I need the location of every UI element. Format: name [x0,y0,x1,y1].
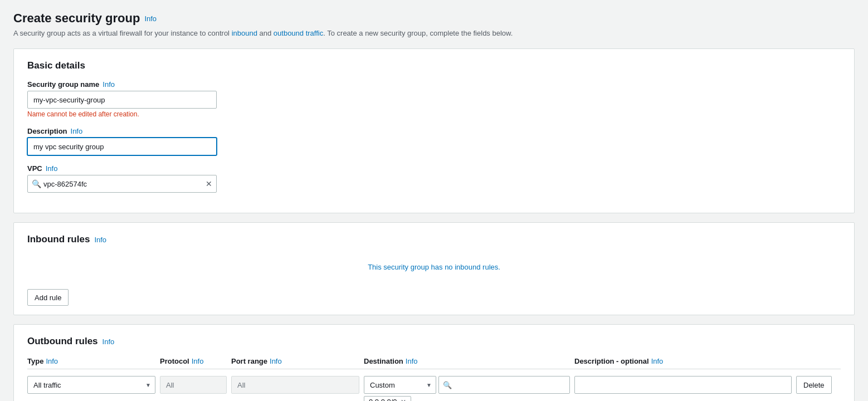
outbound-rules-title: Outbound rules [27,336,98,347]
inbound-rules-section: Inbound rules Info This security group h… [13,222,855,315]
destination-search-input[interactable] [438,376,570,394]
inbound-rules-info[interactable]: Info [94,236,106,244]
vpc-clear-icon[interactable]: ✕ [206,179,212,188]
security-group-name-input[interactable] [27,91,217,109]
basic-details-title: Basic details [27,60,85,71]
inbound-rules-title: Inbound rules [27,234,90,245]
vpc-input-wrapper: 🔍 ✕ [27,175,217,193]
basic-details-header: Basic details [27,60,841,71]
name-hint: Name cannot be edited after creation. [27,110,841,118]
protocol-cell [160,376,227,394]
col-header-type: Type Info [27,357,155,365]
description-col-info[interactable]: Info [651,357,664,365]
outbound-rules-section: Outbound rules Info Type Info Protocol I… [13,324,855,401]
description-info[interactable]: Info [71,127,83,135]
type-col-info[interactable]: Info [46,357,58,365]
destination-col-info[interactable]: Info [406,357,418,365]
page-title: Create security group Info [13,11,855,26]
vpc-info[interactable]: Info [46,164,58,173]
type-select-wrapper: All traffic Custom TCP Custom UDP All TC… [27,376,155,394]
destination-tag-value: 0.0.0.0/0 [369,398,397,401]
page-title-text: Create security group [13,11,140,26]
inbound-empty-state: This security group has no inbound rules… [27,252,841,282]
destination-cell: Custom Anywhere-IPv4 Anywhere-IPv6 My IP… [364,376,570,401]
inbound-link[interactable]: inbound [232,29,257,37]
destination-type-select[interactable]: Custom Anywhere-IPv4 Anywhere-IPv6 My IP [364,376,436,394]
destination-type-wrapper: Custom Anywhere-IPv4 Anywhere-IPv6 My IP… [364,376,436,394]
port-range-input [231,376,359,394]
destination-row: Custom Anywhere-IPv4 Anywhere-IPv6 My IP… [364,376,570,394]
outbound-table-header: Type Info Protocol Info Port range Info … [27,354,841,369]
description-optional-input[interactable] [574,376,792,394]
security-group-name-label: Security group name Info [27,80,841,89]
type-select[interactable]: All traffic Custom TCP Custom UDP All TC… [27,376,155,394]
destination-tag-container: 0.0.0.0/0 ✕ [364,396,570,401]
inbound-rules-header: Inbound rules Info [27,234,841,245]
col-header-actions [796,357,841,365]
destination-tag-pill: 0.0.0.0/0 ✕ [364,396,411,401]
inbound-add-rule-button[interactable]: Add rule [27,289,69,306]
delete-cell: Delete [796,376,841,394]
page-subtitle: A security group acts as a virtual firew… [13,29,855,37]
destination-search-wrapper: 🔍 [438,376,570,394]
outbound-table-row: All traffic Custom TCP Custom UDP All TC… [27,374,841,401]
port-range-col-info[interactable]: Info [270,357,282,365]
description-label: Description Info [27,127,841,135]
col-header-destination: Destination Info [364,357,570,365]
page-title-info-link[interactable]: Info [144,14,157,23]
destination-tag-close-icon[interactable]: ✕ [401,398,406,402]
col-header-protocol: Protocol Info [160,357,227,365]
col-header-description: Description - optional Info [574,357,792,365]
port-range-cell [231,376,359,394]
protocol-input [160,376,227,394]
vpc-search-icon: 🔍 [32,179,41,188]
outbound-rules-info[interactable]: Info [103,338,115,346]
vpc-field: VPC Info 🔍 ✕ [27,164,841,193]
col-header-port-range: Port range Info [231,357,359,365]
security-group-name-field: Security group name Info Name cannot be … [27,80,841,118]
protocol-col-info[interactable]: Info [192,357,204,365]
description-field: Description Info [27,127,841,155]
vpc-label: VPC Info [27,164,841,173]
security-group-name-info[interactable]: Info [103,80,115,89]
delete-button[interactable]: Delete [796,376,832,394]
basic-details-section: Basic details Security group name Info N… [13,48,855,213]
description-input[interactable] [27,138,217,155]
outbound-rules-header: Outbound rules Info [27,336,841,347]
outbound-link[interactable]: outbound traffic [274,29,323,37]
vpc-input[interactable] [27,175,217,193]
description-cell [574,376,792,394]
